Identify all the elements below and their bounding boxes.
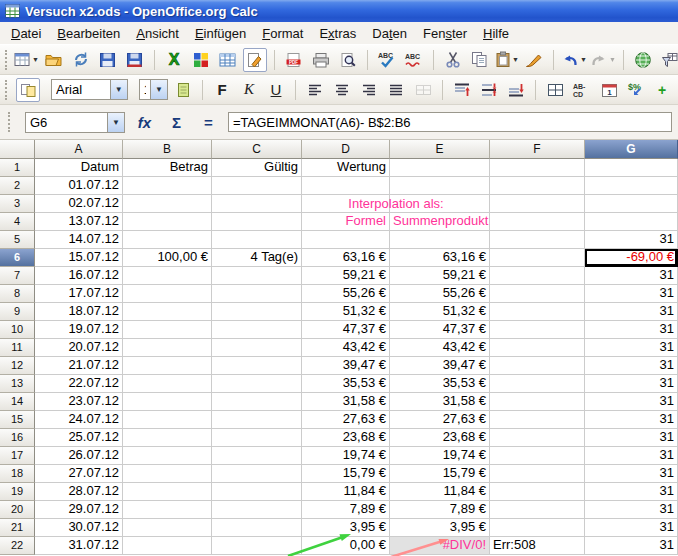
cell-G18[interactable]: 31	[585, 465, 678, 483]
cell-C17[interactable]	[212, 447, 302, 465]
cell-B1[interactable]: Betrag	[123, 159, 212, 177]
cell-B21[interactable]	[123, 519, 212, 537]
open-button[interactable]	[42, 48, 66, 72]
cell-E8[interactable]: 55,26 €	[390, 285, 490, 303]
cell-A8[interactable]: 17.07.12	[35, 285, 123, 303]
redo-button[interactable]: ▼	[590, 48, 616, 72]
themes-button[interactable]	[189, 48, 213, 72]
align-bottom-button[interactable]	[504, 78, 528, 102]
wrap-text-button[interactable]: AB- CD	[570, 78, 594, 102]
auto-spellcheck-button[interactable]: ABC	[402, 48, 426, 72]
pdf-export-button[interactable]: PDF	[282, 48, 306, 72]
cell-D1[interactable]: Wertung	[302, 159, 390, 177]
page-style-button[interactable]	[171, 78, 195, 102]
cell-A20[interactable]: 29.07.12	[35, 501, 123, 519]
cell-A14[interactable]: 23.07.12	[35, 393, 123, 411]
row-header-16[interactable]: 16	[0, 429, 35, 447]
cell-E5[interactable]	[390, 231, 490, 249]
cell-G3[interactable]	[585, 195, 678, 213]
cell-D7[interactable]: 59,21 €	[302, 267, 390, 285]
cell-G1[interactable]	[585, 159, 678, 177]
column-header-C[interactable]: C	[212, 140, 302, 159]
cell-G11[interactable]: 31	[585, 339, 678, 357]
underline-button[interactable]: U	[264, 78, 288, 102]
column-header-E[interactable]: E	[390, 140, 490, 159]
cell-C20[interactable]	[212, 501, 302, 519]
row-header-12[interactable]: 12	[0, 357, 35, 375]
cell-F22[interactable]: Err:508	[490, 537, 585, 555]
cell-C13[interactable]	[212, 375, 302, 393]
cell-G7[interactable]: 31	[585, 267, 678, 285]
cell-C6[interactable]: 4 Tag(e)	[212, 249, 302, 267]
cell-D15[interactable]: 27,63 €	[302, 411, 390, 429]
cell-E20[interactable]: 7,89 €	[390, 501, 490, 519]
cell-D21[interactable]: 3,95 €	[302, 519, 390, 537]
cell-G12[interactable]: 31	[585, 357, 678, 375]
merge-cells-button[interactable]	[411, 78, 435, 102]
menu-item-fenster[interactable]: Fenster	[415, 23, 475, 44]
italic-button[interactable]: K	[237, 78, 261, 102]
toolbar-grip[interactable]	[8, 112, 14, 132]
row-header-2[interactable]: 2	[0, 177, 35, 195]
cell-E13[interactable]: 35,53 €	[390, 375, 490, 393]
cell-F2[interactable]	[490, 177, 585, 195]
cell-D17[interactable]: 19,74 €	[302, 447, 390, 465]
cell-D6[interactable]: 63,16 €	[302, 249, 390, 267]
cell-B11[interactable]	[123, 339, 212, 357]
cell-C15[interactable]	[212, 411, 302, 429]
cell-B15[interactable]	[123, 411, 212, 429]
row-header-3[interactable]: 3	[0, 195, 35, 213]
cell-D8[interactable]: 55,26 €	[302, 285, 390, 303]
cell-A7[interactable]: 16.07.12	[35, 267, 123, 285]
cell-E1[interactable]	[390, 159, 490, 177]
formula-input[interactable]	[228, 112, 672, 132]
edit-file-button[interactable]	[243, 48, 267, 72]
cell-C4[interactable]	[212, 213, 302, 231]
column-header-F[interactable]: F	[490, 140, 585, 159]
cell-B22[interactable]	[123, 537, 212, 555]
row-header-22[interactable]: 22	[0, 537, 35, 555]
column-header-A[interactable]: A	[35, 140, 123, 159]
table-button[interactable]	[216, 48, 240, 72]
row-header-13[interactable]: 13	[0, 375, 35, 393]
cell-A17[interactable]: 26.07.12	[35, 447, 123, 465]
cell-E19[interactable]: 11,84 €	[390, 483, 490, 501]
cell-F9[interactable]	[490, 303, 585, 321]
undo-button[interactable]: ▼	[561, 48, 587, 72]
spellcheck-button[interactable]: ABC	[375, 48, 399, 72]
cell-C11[interactable]	[212, 339, 302, 357]
cell-G17[interactable]: 31	[585, 447, 678, 465]
cell-E3[interactable]	[390, 195, 490, 213]
cell-B6[interactable]: 100,00 €	[123, 249, 212, 267]
cell-G15[interactable]: 31	[585, 411, 678, 429]
menu-item-datei[interactable]: Datei	[3, 23, 49, 44]
cell-A16[interactable]: 25.07.12	[35, 429, 123, 447]
cell-F10[interactable]	[490, 321, 585, 339]
new-document-button[interactable]: ▼	[14, 48, 39, 72]
row-header-5[interactable]: 5	[0, 231, 35, 249]
cell-B3[interactable]	[123, 195, 212, 213]
cell-B10[interactable]	[123, 321, 212, 339]
function-button[interactable]: =	[196, 111, 221, 133]
cell-F16[interactable]	[490, 429, 585, 447]
font-size-input[interactable]	[140, 80, 150, 99]
cell-D12[interactable]: 39,47 €	[302, 357, 390, 375]
function-wizard-button[interactable]: fx	[132, 111, 157, 133]
cell-C8[interactable]	[212, 285, 302, 303]
cell-D2[interactable]	[302, 177, 390, 195]
cell-B13[interactable]	[123, 375, 212, 393]
cell-A11[interactable]: 20.07.12	[35, 339, 123, 357]
column-header-G[interactable]: G	[585, 140, 678, 159]
cell-C9[interactable]	[212, 303, 302, 321]
cell-E18[interactable]: 15,79 €	[390, 465, 490, 483]
cell-D14[interactable]: 31,58 €	[302, 393, 390, 411]
column-header-B[interactable]: B	[123, 140, 212, 159]
align-top-button[interactable]	[450, 78, 474, 102]
row-header-17[interactable]: 17	[0, 447, 35, 465]
row-header-1[interactable]: 1	[0, 159, 35, 177]
cell-E21[interactable]: 3,95 €	[390, 519, 490, 537]
cell-B20[interactable]	[123, 501, 212, 519]
cell-C21[interactable]	[212, 519, 302, 537]
menu-item-ansicht[interactable]: Ansicht	[128, 23, 187, 44]
cell-D11[interactable]: 43,42 €	[302, 339, 390, 357]
